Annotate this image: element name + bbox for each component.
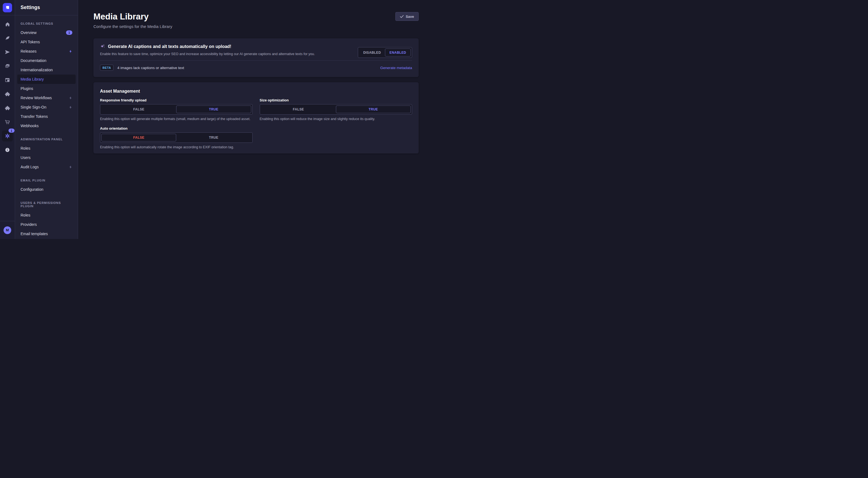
rail-header [0,0,15,16]
sidebar-item-webhooks[interactable]: Webhooks [17,121,75,130]
purchases-icon[interactable] [2,117,13,127]
ai-card-title: Generate AI captions and alt texts autom… [108,44,231,49]
asset-management-card: Asset Management Responsive friendly upl… [93,82,418,153]
sidebar-item-roles[interactable]: Roles [17,210,75,220]
sidebar-item-label: Roles [21,146,72,150]
sidebar-section-email-plugin: EMAIL PLUGINConfiguration [17,179,75,194]
toggle-option-false[interactable]: FALSE [101,106,176,113]
info-icon[interactable] [2,144,13,155]
sidebar-item-label: Transfer Tokens [21,114,72,119]
user-avatar[interactable]: M [4,227,11,234]
save-button[interactable]: Save [395,12,418,21]
sidebar-item-label: Media Library [21,77,72,81]
lightning-icon [69,50,72,53]
sidebar-item-email-templates[interactable]: Email templates [17,229,75,238]
field-label: Size optimization [260,98,412,102]
settings-sidebar: Settings GLOBAL SETTINGSOverview1API Tok… [15,0,78,239]
content-type-builder-icon[interactable] [2,74,13,86]
sidebar-item-label: Review Workflows [21,96,69,100]
settings-notification-badge: 1 [8,128,14,133]
home-icon[interactable] [2,19,13,30]
content-manager-icon[interactable] [2,33,13,43]
ai-card-divider [100,60,412,61]
sidebar-item-label: Email templates [21,232,72,236]
sidebar-item-review-workflows[interactable]: Review Workflows [17,93,75,102]
sidebar-item-label: Webhooks [21,124,72,128]
field-hint: Enabling this option will generate multi… [100,117,253,121]
sidebar-item-label: Internationalization [21,68,72,72]
sidebar-item-advanced-settings[interactable]: Advanced settings [17,238,75,239]
field-label: Responsive friendly upload [100,98,253,102]
sidebar-item-documentation[interactable]: Documentation [17,56,75,65]
sidebar-item-single-sign-on[interactable]: Single Sign-On [17,102,75,112]
auto-orientation-toggle: FALSETRUE [100,132,253,143]
lightning-icon [69,165,72,169]
media-library-icon[interactable] [2,61,13,71]
toggle-option-false[interactable]: FALSE [101,134,176,142]
sidebar-section-header: EMAIL PLUGIN [17,179,75,182]
size-optimization-toggle: FALSETRUE [260,104,412,115]
page-title: Media Library [93,12,418,21]
generate-metadata-link[interactable]: Generate metadata [380,66,412,70]
sidebar-item-internationalization[interactable]: Internationalization [17,65,75,74]
sidebar-item-providers[interactable]: Providers [17,220,75,229]
sidebar-item-api-tokens[interactable]: API Tokens [17,37,75,47]
toggle-option-true[interactable]: TRUE [176,106,251,113]
field-label: Auto orientation [100,126,253,130]
toggle-option-true[interactable]: TRUE [176,134,251,142]
sidebar-item-label: Documentation [21,58,72,63]
field-auto-orientation: Auto orientationFALSETRUEEnabling this o… [100,126,253,150]
sidebar-sections: GLOBAL SETTINGSOverview1API TokensReleas… [15,16,78,239]
settings-icon[interactable]: 1 [2,130,13,142]
check-icon [400,15,404,18]
ai-card-description: Enable this feature to save time, optimi… [100,51,322,57]
sidebar-section-header: GLOBAL SETTINGS [17,22,75,25]
ai-enabled-toggle: DISABLEDENABLED [358,47,412,58]
main-nav-rail: 1 M [0,0,15,239]
strapi-settings-app: 1 M Settings GLOBAL SETTINGSOverview1API… [0,0,434,239]
asset-fields-grid: Responsive friendly uploadFALSETRUEEnabl… [100,98,412,150]
sidebar-item-plugins[interactable]: Plugins [17,84,75,93]
lightning-icon [69,106,72,109]
sidebar-title: Settings [21,5,40,10]
sidebar-item-transfer-tokens[interactable]: Transfer Tokens [17,112,75,121]
toggle-option-false[interactable]: FALSE [261,106,336,113]
sidebar-item-label: Roles [21,213,72,217]
send-icon[interactable] [2,47,13,58]
sidebar-item-label: Overview [21,30,66,35]
toggle-option-true[interactable]: TRUE [336,106,411,113]
field-size-optimization: Size optimizationFALSETRUEEnabling this … [260,98,412,121]
sidebar-section-global-settings: GLOBAL SETTINGSOverview1API TokensReleas… [17,22,75,130]
responsive-friendly-upload-toggle: FALSETRUE [100,104,253,115]
field-hint: Enabling this option will reduce the ima… [260,117,412,121]
sidebar-item-label: Providers [21,222,72,227]
rail-icon-list: 1 [0,16,15,221]
toggle-option-enabled[interactable]: ENABLED [385,49,411,56]
marketplace-icon[interactable] [2,102,13,114]
sidebar-item-media-library[interactable]: Media Library [17,74,75,84]
page-subtitle: Configure the settings for the Media Lib… [93,24,418,29]
notification-count-badge: 1 [66,30,72,35]
sidebar-item-releases[interactable]: Releases [17,47,75,56]
field-responsive-friendly-upload: Responsive friendly uploadFALSETRUEEnabl… [100,98,253,121]
sidebar-item-label: Releases [21,49,69,54]
plugins-icon[interactable] [2,89,13,99]
toggle-option-disabled[interactable]: DISABLED [359,49,385,56]
ai-captions-card: Generate AI captions and alt texts autom… [93,38,418,77]
sidebar-item-label: Audit Logs [21,165,69,169]
sidebar-item-configuration[interactable]: Configuration [17,185,75,194]
sidebar-item-label: Configuration [21,187,72,191]
strapi-logo-icon [5,5,10,10]
sidebar-item-label: Single Sign-On [21,105,69,109]
sidebar-section-header: ADMINISTRATION PANEL [17,138,75,141]
strapi-logo[interactable] [3,3,12,12]
field-hint: Enabling this option will automatically … [100,145,253,150]
sidebar-item-overview[interactable]: Overview1 [17,28,75,37]
sidebar-item-roles[interactable]: Roles [17,144,75,153]
sidebar-item-audit-logs[interactable]: Audit Logs [17,162,75,172]
ai-card-footer: BETA 4 images lack captions or alternati… [100,64,412,71]
asset-management-title: Asset Management [100,89,412,94]
ai-status-text: 4 images lack captions or alternative te… [117,66,380,70]
beta-badge: BETA [100,65,114,71]
sidebar-item-users[interactable]: Users [17,153,75,162]
